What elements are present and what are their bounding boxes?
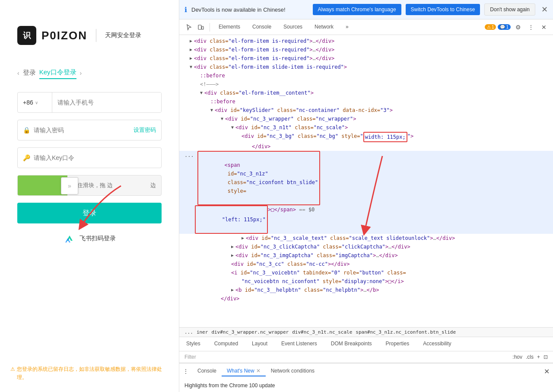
key-input[interactable] bbox=[34, 154, 156, 161]
settings-button[interactable]: ⚙ bbox=[512, 22, 524, 33]
code-line-23: </div> bbox=[179, 294, 553, 303]
whats-new-label: What's New bbox=[227, 368, 254, 374]
phone-prefix-text: +86 bbox=[23, 99, 33, 106]
toolbar-sep-1 bbox=[210, 23, 210, 32]
devtools-bottom-tabs: Styles Computed Layout Event Listeners D… bbox=[179, 337, 553, 351]
code-line-7: ▼ <div class="el-form-item__content"> bbox=[179, 89, 553, 97]
info-icon: ℹ bbox=[184, 6, 187, 14]
close-whats-new-tab[interactable]: ✕ bbox=[256, 368, 261, 374]
cursor-icon bbox=[185, 24, 192, 31]
code-line-11: ▼ <div id="nc_3_n1t" class="nc_scale"> bbox=[179, 123, 553, 132]
phone-input[interactable] bbox=[52, 92, 161, 112]
tab-console[interactable]: Console bbox=[246, 19, 277, 35]
bottom-tab-styles[interactable]: Styles bbox=[179, 337, 207, 351]
dont-show-button[interactable]: Don't show again bbox=[484, 3, 535, 16]
login-button[interactable]: 登录 bbox=[17, 203, 162, 223]
feishu-text: 飞书扫码登录 bbox=[79, 235, 116, 242]
tab-key-login[interactable]: Key口令登录 bbox=[39, 67, 76, 79]
tab-more[interactable]: » bbox=[340, 19, 355, 35]
tab-elements[interactable]: Elements bbox=[213, 19, 246, 35]
info-close-button[interactable]: ✕ bbox=[541, 5, 548, 14]
devtools-code-area[interactable]: ▶ <div class="el-form-item is-required">… bbox=[179, 35, 553, 327]
console-tab-network-conditions[interactable]: Network conditions bbox=[266, 366, 320, 376]
slider-captcha[interactable]: 请按住滑块，拖 边 » 边 bbox=[17, 175, 162, 196]
code-line-10: ▼ <div id="nc_3_wrapper" class="nc_wrapp… bbox=[179, 115, 553, 123]
devtools-tabs: Elements Console Sources Network » bbox=[213, 19, 485, 35]
console-tab-whats-new[interactable]: What's New ✕ bbox=[222, 366, 266, 376]
logo-subtitle: 天网安全登录 bbox=[105, 32, 141, 39]
tab-sources[interactable]: Sources bbox=[277, 19, 308, 35]
console-tab-console[interactable]: Console bbox=[192, 366, 222, 376]
login-tabs: ‹ 登录 Key口令登录 › bbox=[17, 67, 82, 79]
bottom-tab-properties[interactable]: Properties bbox=[379, 337, 416, 351]
slider-button[interactable]: » bbox=[61, 177, 78, 194]
code-line-16: ▶ <div id="nc_3__scale_text" class="scal… bbox=[179, 234, 553, 242]
code-line-21: "nc_voicebtn nc_iconfont" style="display… bbox=[179, 277, 553, 286]
breadcrumb-nc3-n1z[interactable]: span#nc_3_n1z.nc_iconfont.btn_slide bbox=[356, 329, 456, 335]
logo-divider bbox=[96, 29, 96, 42]
more-options-button[interactable]: ⋮ bbox=[525, 22, 537, 33]
chat-count: 1 bbox=[506, 25, 509, 29]
tab-prev-arrow[interactable]: ‹ bbox=[17, 70, 19, 76]
filter-placeholder[interactable]: Filter bbox=[184, 354, 196, 360]
code-line-14: ... <span id="nc_3_n1z" class="nc_iconfo… bbox=[179, 151, 553, 205]
bottom-tab-accessibility[interactable]: Accessibility bbox=[416, 337, 458, 351]
filter-cls[interactable]: .cls bbox=[526, 354, 534, 360]
devtools-breadcrumb: ... iner div#nc_3_wrapper.nc_wrapper div… bbox=[179, 327, 553, 337]
slider-text-2: 边 bbox=[107, 182, 113, 189]
tab-login[interactable]: 登录 bbox=[23, 67, 36, 79]
code-line-12: <div id="nc_3_bg" class="nc_bg" style="w… bbox=[179, 132, 553, 142]
switch-chinese-button[interactable]: Switch DevTools to Chinese bbox=[406, 4, 480, 15]
breadcrumb-nc3-n1t[interactable]: div#nc_3_n1t.nc_scale bbox=[292, 329, 352, 335]
warn-count: 1 bbox=[492, 25, 494, 29]
code-line-22: ▶ <b id="nc_3__helpbtn" class="nc_helpbt… bbox=[179, 286, 553, 294]
device-toolbar-button[interactable] bbox=[195, 21, 207, 33]
devtools-filter-bar: Filter :hov .cls + ⊡ bbox=[179, 351, 553, 363]
chevrons-right-icon: » bbox=[68, 182, 71, 189]
console-tab-label: Console bbox=[197, 368, 216, 374]
chat-icon: 💬 bbox=[500, 25, 505, 29]
key-icon: 🔑 bbox=[23, 154, 30, 161]
phone-field: +86 ∨ bbox=[17, 92, 162, 113]
filter-right: :hov .cls + ⊡ bbox=[512, 354, 548, 360]
feishu-icon bbox=[63, 232, 76, 245]
devtools-close-button[interactable]: ✕ bbox=[538, 22, 550, 33]
code-line-20: <i id="nc_3__voicebtn" tabindex="0" role… bbox=[179, 268, 553, 277]
bottom-tab-event-listeners[interactable]: Event Listeners bbox=[274, 337, 324, 351]
tab-network[interactable]: Network bbox=[308, 19, 340, 35]
logo-icon: 识 bbox=[17, 26, 36, 45]
breadcrumb-nc3-wrapper[interactable]: div#nc_3_wrapper.nc_wrapper bbox=[211, 329, 289, 335]
console-bar-right: ✕ bbox=[544, 367, 550, 376]
phone-prefix-arrow: ∨ bbox=[35, 100, 38, 105]
svg-rect-3 bbox=[198, 25, 201, 29]
filter-hov[interactable]: :hov bbox=[512, 354, 522, 360]
svg-rect-4 bbox=[202, 26, 203, 29]
bottom-tab-layout[interactable]: Layout bbox=[245, 337, 274, 351]
warn-icon: ⚠ bbox=[487, 25, 491, 29]
password-input[interactable] bbox=[34, 127, 130, 134]
password-field: 🔒 设置密码 bbox=[17, 120, 162, 140]
always-match-button[interactable]: Always match Chrome's language bbox=[313, 4, 401, 15]
bottom-tab-computed[interactable]: Computed bbox=[207, 337, 245, 351]
cursor-tool-button[interactable] bbox=[183, 21, 195, 33]
login-panel: 识 P0IZON 天网安全登录 ‹ 登录 Key口令登录 › +86 ∨ 🔒 设… bbox=[0, 0, 179, 392]
console-menu-button[interactable]: ⋮ bbox=[183, 368, 189, 375]
bottom-tab-dom-breakpoints[interactable]: DOM Breakpoints bbox=[324, 337, 379, 351]
breadcrumb-dots[interactable]: ... bbox=[184, 329, 193, 335]
feishu-login[interactable]: 飞书扫码登录 bbox=[63, 232, 116, 245]
filter-icon[interactable]: ⊡ bbox=[543, 354, 548, 360]
phone-prefix-selector[interactable]: +86 ∨ bbox=[18, 92, 52, 112]
tab-next-arrow[interactable]: › bbox=[80, 70, 82, 76]
set-password-link[interactable]: 设置密码 bbox=[133, 126, 156, 134]
code-line-19: <div id="nc_3_cc" class="nc-cc"></div> bbox=[179, 260, 553, 268]
code-line-9: ▼ <div id="keySlider" class="nc-containe… bbox=[179, 106, 553, 115]
devtools-toolbar: Elements Console Sources Network » ⚠ 1 💬 bbox=[179, 19, 553, 35]
toolbar-right: ⚠ 1 💬 1 ⚙ ⋮ ✕ bbox=[485, 22, 550, 33]
console-close-button[interactable]: ✕ bbox=[544, 367, 550, 376]
code-line-15: "left: 115px;" >□</span> == $0 bbox=[179, 205, 553, 234]
filter-plus[interactable]: + bbox=[537, 354, 540, 360]
logo-area: 识 P0IZON 天网安全登录 bbox=[17, 26, 141, 45]
code-line-6: <!–––> bbox=[179, 80, 553, 89]
breadcrumb-iner[interactable]: iner bbox=[197, 329, 208, 335]
code-line-18: ▶ <div id="nc_3_imgCaptcha" class="imgCa… bbox=[179, 251, 553, 260]
